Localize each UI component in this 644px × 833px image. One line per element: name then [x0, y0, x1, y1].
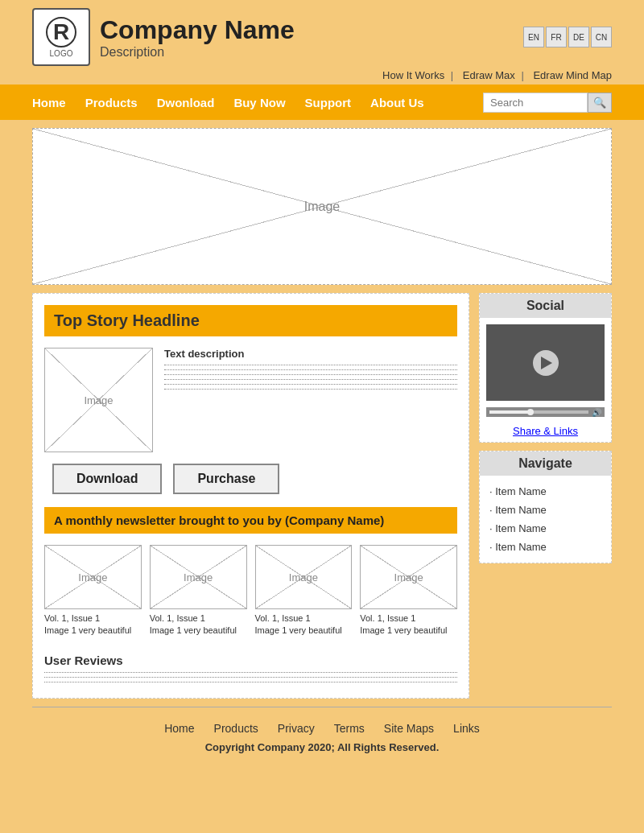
logo-text: LOGO: [50, 49, 73, 58]
footer-privacy[interactable]: Privacy: [278, 722, 315, 735]
search-box: 🔍: [483, 93, 612, 113]
nav-support[interactable]: Support: [305, 88, 352, 118]
navigate-list: Item Name Item Name Item Name Item Name: [480, 476, 611, 563]
company-name: Company Name: [100, 15, 295, 45]
story-headline: Top Story Headline: [44, 305, 457, 336]
progress-bar[interactable]: [489, 410, 588, 414]
newsletter-image-2: Image: [150, 545, 247, 609]
newsletter-item-2: Image Vol. 1, Issue 1Image 1 very beauti…: [150, 545, 247, 637]
newsletter-item-3: Image Vol. 1, Issue 1Image 1 very beauti…: [255, 545, 353, 637]
footer-divider: [32, 707, 612, 707]
hero-image: Image: [32, 128, 612, 285]
video-player[interactable]: [486, 324, 605, 401]
main-area: Top Story Headline Image Text descriptio…: [32, 293, 612, 699]
hero-label: Image: [304, 200, 340, 214]
nav-item-3[interactable]: Item Name: [489, 519, 601, 538]
search-button[interactable]: 🔍: [588, 93, 612, 113]
dot-line-1: [164, 365, 457, 365]
video-controls: 🔊: [486, 407, 605, 417]
newsletter-image-3: Image: [255, 545, 353, 609]
progress-fill: [489, 410, 529, 414]
nav-download[interactable]: Dwonload: [157, 88, 215, 118]
company-description: Description: [100, 45, 295, 60]
article-image: Image: [44, 348, 153, 452]
review-dot-line-2: [44, 677, 457, 678]
lang-fr[interactable]: FR: [546, 27, 567, 47]
nav-item-2[interactable]: Item Name: [489, 501, 601, 519]
logo-r-icon: R: [46, 17, 76, 47]
footer-products[interactable]: Products: [214, 722, 258, 735]
footer-terms[interactable]: Terms: [334, 722, 365, 735]
lang-cn[interactable]: CN: [591, 27, 612, 47]
navbar: Home Products Dwonload Buy Now Support A…: [0, 85, 644, 120]
article-image-label: Image: [84, 394, 113, 406]
newsletter-item-4: Image Vol. 1, Issue 1Image 1 very beauti…: [360, 545, 457, 637]
newsletter-caption-3: Vol. 1, Issue 1Image 1 very beautiful: [255, 612, 353, 637]
action-buttons: Download Purchase: [44, 464, 457, 494]
dot-line-2: [164, 369, 457, 370]
search-input[interactable]: [483, 93, 588, 113]
footer-site-maps[interactable]: Site Maps: [384, 722, 434, 735]
dot-line-5: [164, 384, 457, 385]
social-box: Social 🔊 Share & Links: [479, 293, 612, 443]
newsletter-image-4: Image: [360, 545, 457, 609]
review-dot-line-1: [44, 672, 457, 673]
article-section: Image Text description: [44, 348, 457, 452]
how-it-works-link[interactable]: How It Works: [382, 69, 444, 81]
nav-buy-now[interactable]: Buy Now: [233, 88, 285, 118]
top-links: How It Works | Edraw Max | Edraw Mind Ma…: [0, 66, 644, 85]
nav-item-4[interactable]: Item Name: [489, 538, 601, 556]
footer-links: Home Products Privacy Terms Site Maps Li…: [0, 715, 644, 741]
footer-copyright: Copyright Company 2020; All Rights Reser…: [0, 741, 644, 763]
reviews-title: User Reviews: [44, 654, 457, 667]
text-description: Text description: [164, 348, 457, 360]
newsletter-image-3-label: Image: [289, 571, 318, 584]
footer-links[interactable]: Links: [453, 722, 480, 735]
progress-dot: [527, 409, 534, 415]
dot-line-4: [164, 379, 457, 380]
lang-en[interactable]: EN: [523, 27, 544, 47]
purchase-button[interactable]: Purchase: [173, 464, 279, 494]
volume-icon: 🔊: [592, 408, 601, 417]
review-dot-line-3: [44, 682, 457, 682]
article-text: Text description: [164, 348, 457, 452]
navigate-header: Navigate: [480, 452, 611, 476]
nav-about-us[interactable]: About Us: [370, 88, 424, 118]
logo-area: R LOGO Company Name Description: [32, 8, 295, 66]
reviews-section: User Reviews: [44, 649, 457, 682]
play-icon: [541, 357, 552, 369]
newsletter-caption-4: Vol. 1, Issue 1Image 1 very beautiful: [360, 612, 457, 637]
right-sidebar: Social 🔊 Share & Links Navigate Item Nam…: [479, 293, 612, 699]
newsletter-item-1: Image Vol. 1, Issue 1Image 1 very beauti…: [44, 545, 142, 637]
dot-line-3: [164, 374, 457, 375]
header: R LOGO Company Name Description EN FR DE…: [0, 0, 644, 66]
left-content: Top Story Headline Image Text descriptio…: [32, 293, 469, 699]
social-header: Social: [480, 294, 611, 318]
navigate-box: Navigate Item Name Item Name Item Name I…: [479, 451, 612, 563]
nav-home[interactable]: Home: [32, 88, 66, 118]
sep1: |: [451, 69, 453, 81]
nav-item-1[interactable]: Item Name: [489, 482, 601, 501]
newsletter-banner: A monthly newsletter brought to you by (…: [44, 507, 457, 534]
share-links-button[interactable]: Share & Links: [480, 420, 611, 442]
newsletter-image-2-label: Image: [184, 571, 213, 584]
dot-line-6: [164, 389, 457, 390]
company-info: Company Name Description: [100, 15, 295, 60]
newsletter-image-1: Image: [44, 545, 142, 609]
edraw-mind-map-link[interactable]: Edraw Mind Map: [533, 69, 612, 81]
newsletter-grid: Image Vol. 1, Issue 1Image 1 very beauti…: [44, 545, 457, 637]
download-button[interactable]: Download: [52, 464, 162, 494]
footer-home[interactable]: Home: [164, 722, 194, 735]
sep2: |: [521, 69, 523, 81]
newsletter-image-1-label: Image: [78, 571, 107, 584]
newsletter-caption-1: Vol. 1, Issue 1Image 1 very beautiful: [44, 612, 142, 637]
play-button[interactable]: [533, 350, 559, 376]
lang-de[interactable]: DE: [568, 27, 589, 47]
newsletter-image-4-label: Image: [394, 571, 423, 584]
newsletter-caption-2: Vol. 1, Issue 1Image 1 very beautiful: [150, 612, 247, 637]
edraw-max-link[interactable]: Edraw Max: [463, 69, 515, 81]
logo-box: R LOGO: [32, 8, 90, 66]
lang-buttons: EN FR DE CN: [523, 27, 612, 47]
nav-products[interactable]: Products: [85, 88, 138, 118]
